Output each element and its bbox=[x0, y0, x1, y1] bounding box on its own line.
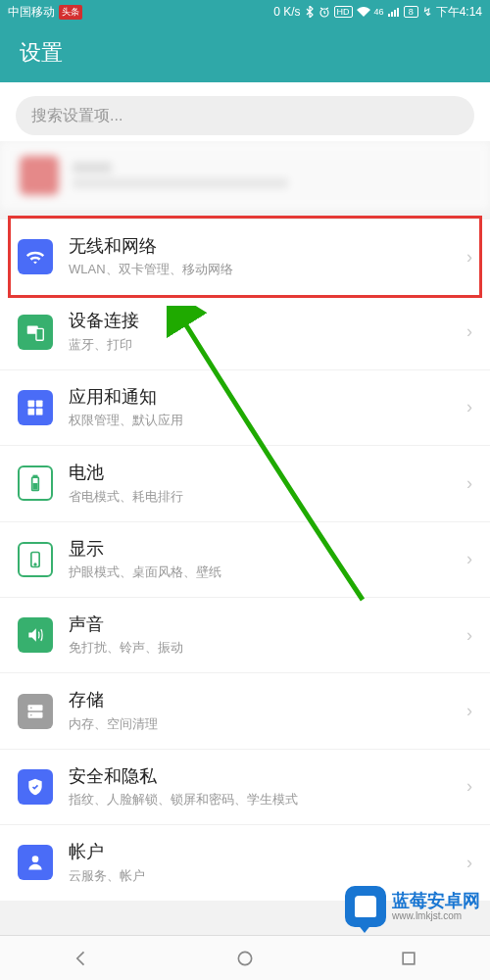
item-subtitle: 指纹、人脸解锁、锁屏和密码、学生模式 bbox=[69, 791, 466, 808]
storage-icon bbox=[18, 694, 53, 729]
svg-rect-7 bbox=[28, 400, 35, 407]
nav-recent-button[interactable] bbox=[399, 949, 418, 968]
item-subtitle: 权限管理、默认应用 bbox=[69, 412, 466, 429]
nav-home-button[interactable] bbox=[235, 949, 255, 968]
svg-rect-9 bbox=[28, 409, 35, 416]
settings-item-storage[interactable]: 存储 内存、空间清理 › bbox=[0, 673, 490, 749]
page-header: 设置 bbox=[0, 24, 490, 82]
chevron-right-icon: › bbox=[466, 625, 472, 646]
svg-rect-6 bbox=[36, 328, 43, 340]
item-title: 无线和网络 bbox=[69, 235, 466, 258]
item-title: 设备连接 bbox=[69, 310, 466, 332]
battery-icon bbox=[18, 466, 53, 501]
signal-icon bbox=[388, 7, 400, 17]
svg-point-20 bbox=[32, 857, 39, 863]
avatar bbox=[20, 156, 59, 195]
settings-item-battery[interactable]: 电池 省电模式、耗电排行 › bbox=[0, 446, 490, 521]
svg-rect-17 bbox=[28, 711, 43, 717]
settings-item-security[interactable]: 安全和隐私 指纹、人脸解锁、锁屏和密码、学生模式 › bbox=[0, 750, 490, 825]
svg-rect-13 bbox=[33, 484, 36, 489]
item-subtitle: 护眼模式、桌面风格、壁纸 bbox=[69, 564, 466, 581]
svg-rect-3 bbox=[394, 10, 396, 17]
wifi-icon bbox=[18, 239, 53, 274]
chevron-right-icon: › bbox=[466, 473, 472, 494]
search-input[interactable]: 搜索设置项... bbox=[16, 96, 474, 135]
sound-icon bbox=[18, 617, 53, 653]
item-subtitle: 省电模式、耗电排行 bbox=[69, 488, 466, 506]
svg-rect-8 bbox=[36, 400, 43, 407]
item-title: 声音 bbox=[69, 613, 466, 636]
net-speed: 0 K/s bbox=[273, 5, 300, 19]
svg-rect-22 bbox=[403, 953, 415, 964]
svg-rect-2 bbox=[391, 12, 393, 17]
svg-rect-1 bbox=[388, 14, 390, 17]
settings-item-apps[interactable]: 应用和通知 权限管理、默认应用 › bbox=[0, 370, 490, 446]
page-title: 设置 bbox=[20, 38, 63, 68]
carrier-text: 中国移动 bbox=[8, 4, 55, 21]
item-title: 应用和通知 bbox=[69, 386, 466, 409]
item-subtitle: 免打扰、铃声、振动 bbox=[69, 639, 466, 657]
chevron-right-icon: › bbox=[466, 776, 472, 797]
watermark: 蓝莓安卓网 www.lmkjst.com bbox=[345, 886, 480, 927]
settings-item-wireless[interactable]: 无线和网络 WLAN、双卡管理、移动网络 › bbox=[0, 220, 490, 294]
item-subtitle: 云服务、帐户 bbox=[69, 867, 466, 885]
net-badge: 46 bbox=[374, 7, 384, 17]
system-nav-bar bbox=[0, 935, 490, 980]
item-subtitle: 蓝牙、打印 bbox=[69, 336, 466, 354]
status-bar: 中国移动 头条 0 K/s HD 46 8 ↯ 下午4:14 bbox=[0, 0, 490, 24]
clock-text: 下午4:14 bbox=[436, 4, 482, 21]
chevron-right-icon: › bbox=[466, 247, 472, 268]
svg-point-21 bbox=[238, 952, 251, 964]
shield-icon bbox=[18, 769, 53, 805]
item-subtitle: 内存、空间清理 bbox=[69, 715, 466, 733]
chevron-right-icon: › bbox=[466, 397, 472, 417]
account-icon bbox=[18, 845, 53, 880]
settings-list: 无线和网络 WLAN、双卡管理、移动网络 › 设备连接 蓝牙、打印 › 应用和通… bbox=[0, 220, 490, 901]
settings-item-display[interactable]: 显示 护眼模式、桌面风格、壁纸 › bbox=[0, 522, 490, 598]
svg-rect-12 bbox=[33, 476, 36, 478]
apps-icon bbox=[18, 390, 53, 425]
bluetooth-icon bbox=[305, 6, 315, 18]
display-icon bbox=[18, 542, 53, 577]
profile-row[interactable] bbox=[0, 141, 490, 210]
carrier-badge: 头条 bbox=[59, 5, 82, 20]
hd-badge: HD bbox=[334, 6, 353, 18]
svg-rect-4 bbox=[397, 8, 399, 17]
item-title: 安全和隐私 bbox=[69, 765, 466, 788]
charging-icon: ↯ bbox=[422, 5, 432, 19]
chevron-right-icon: › bbox=[466, 853, 472, 873]
item-title: 帐户 bbox=[69, 841, 466, 863]
svg-point-19 bbox=[30, 713, 32, 715]
item-title: 存储 bbox=[69, 689, 466, 711]
nav-back-button[interactable] bbox=[72, 949, 91, 968]
watermark-icon bbox=[345, 886, 386, 927]
chevron-right-icon: › bbox=[466, 549, 472, 569]
device-icon bbox=[18, 315, 53, 350]
watermark-url: www.lmkjst.com bbox=[392, 910, 480, 921]
item-title: 显示 bbox=[69, 538, 466, 561]
chevron-right-icon: › bbox=[466, 321, 472, 342]
battery-icon: 8 bbox=[404, 6, 418, 18]
settings-item-device-connection[interactable]: 设备连接 蓝牙、打印 › bbox=[0, 294, 490, 369]
svg-rect-16 bbox=[28, 705, 43, 710]
item-title: 电池 bbox=[69, 462, 466, 484]
search-section: 搜索设置项... bbox=[0, 82, 490, 141]
alarm-icon bbox=[318, 6, 330, 18]
item-subtitle: WLAN、双卡管理、移动网络 bbox=[69, 261, 466, 278]
settings-item-sound[interactable]: 声音 免打扰、铃声、振动 › bbox=[0, 598, 490, 673]
watermark-title: 蓝莓安卓网 bbox=[392, 892, 480, 911]
chevron-right-icon: › bbox=[466, 701, 472, 721]
svg-point-18 bbox=[30, 707, 32, 709]
svg-point-15 bbox=[34, 564, 36, 565]
wifi-icon bbox=[357, 7, 370, 17]
svg-rect-10 bbox=[36, 409, 43, 416]
